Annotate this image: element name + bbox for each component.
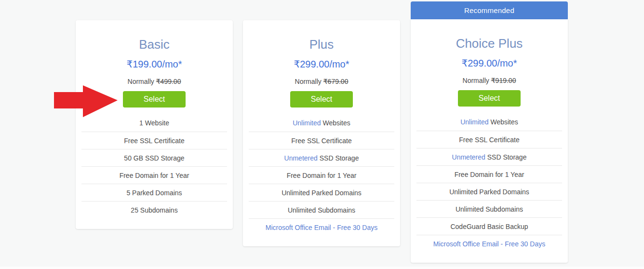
feature-item: Free SSL Certificate (416, 131, 562, 148)
plan-normal-price: Normally ₹679.00 (243, 78, 400, 85)
pricing-page: Basic ₹199.00/mo* Normally ₹499.00 Selec… (0, 0, 644, 269)
select-button-choice-plus[interactable]: Select (458, 90, 521, 107)
feature-item: Free SSL Certificate (81, 132, 227, 149)
select-button-basic[interactable]: Select (123, 91, 186, 108)
feature-text: Free Domain for 1 Year (455, 171, 524, 178)
feature-item: Unmetered SSD Storage (416, 148, 562, 165)
pricing-card-basic: Basic ₹199.00/mo* Normally ₹499.00 Selec… (76, 20, 233, 229)
feature-text-highlight: Unlimited (293, 119, 321, 127)
plan-price: ₹199.00/mo* (76, 59, 233, 69)
feature-item: Unlimited Parked Domains (416, 183, 562, 200)
plan-price: ₹299.00/mo* (243, 59, 400, 69)
normally-label: Normally (295, 78, 322, 85)
feature-text-highlight: Unmetered (452, 153, 485, 161)
feature-text: Free SSL Certificate (124, 137, 185, 145)
normally-amount-strikethrough: ₹499.00 (156, 78, 181, 85)
feature-text-highlight: Microsoft Office Email - Free 30 Days (433, 240, 545, 248)
feature-item: Free Domain for 1 Year (249, 166, 394, 184)
feature-item: Unlimited Subdomains (416, 200, 562, 217)
feature-item: Unlimited Parked Domains (249, 184, 394, 201)
feature-item: Unlimited Websites (416, 113, 562, 131)
feature-text: SSD Storage (318, 154, 359, 162)
plan-card-body: Plus ₹299.00/mo* Normally ₹679.00 Select… (243, 20, 400, 246)
feature-list: Unlimited WebsitesFree SSL CertificateUn… (416, 113, 562, 252)
feature-list: 1 WebsiteFree SSL Certificate50 GB SSD S… (81, 114, 227, 218)
feature-item: Unlimited Websites (249, 114, 394, 132)
plan-title: Choice Plus (411, 19, 568, 50)
feature-item: Unlimited Subdomains (249, 201, 394, 218)
feature-text: Websites (321, 119, 350, 127)
feature-item: Free Domain for 1 Year (416, 165, 562, 183)
feature-text: Free SSL Certificate (291, 137, 352, 145)
feature-item: Microsoft Office Email - Free 30 Days (249, 218, 394, 236)
pricing-card-choice-plus: Recommended Choice Plus ₹299.00/mo* Norm… (411, 1, 568, 263)
feature-item: 50 GB SSD Storage (81, 149, 227, 166)
feature-item: CodeGuard Basic Backup (416, 217, 562, 235)
feature-text-highlight: Microsoft Office Email - Free 30 Days (266, 224, 377, 231)
plan-normal-price: Normally ₹499.00 (76, 78, 233, 85)
feature-text: Websites (489, 118, 518, 126)
pricing-card-plus: Plus ₹299.00/mo* Normally ₹679.00 Select… (243, 20, 400, 246)
recommended-banner: Recommended (411, 1, 568, 19)
normally-label: Normally (128, 78, 154, 85)
feature-text: Free Domain for 1 Year (287, 172, 357, 179)
feature-text: Unlimited Subdomains (456, 205, 523, 213)
feature-text: Unlimited Subdomains (288, 206, 355, 214)
feature-list: Unlimited WebsitesFree SSL CertificateUn… (249, 114, 394, 236)
plan-card-body: Basic ₹199.00/mo* Normally ₹499.00 Selec… (76, 20, 233, 229)
feature-text: Free Domain for 1 Year (120, 172, 189, 179)
feature-text: 5 Parked Domains (126, 189, 182, 197)
feature-text: CodeGuard Basic Backup (450, 223, 528, 230)
feature-text: 25 Subdomains (131, 206, 177, 214)
plan-card-body: Choice Plus ₹299.00/mo* Normally ₹919.00… (411, 19, 568, 263)
feature-text: Unlimited Parked Domains (449, 188, 529, 196)
normally-amount-strikethrough: ₹919.00 (491, 77, 516, 84)
plan-normal-price: Normally ₹919.00 (411, 77, 568, 84)
normally-label: Normally (463, 77, 489, 84)
feature-text: 50 GB SSD Storage (124, 154, 184, 162)
plan-title: Plus (243, 20, 400, 51)
feature-item: Free SSL Certificate (249, 132, 394, 149)
select-button-plus[interactable]: Select (290, 91, 353, 108)
feature-item: 25 Subdomains (81, 201, 227, 218)
feature-text: Free SSL Certificate (459, 136, 520, 144)
plan-price: ₹299.00/mo* (411, 58, 568, 68)
feature-item: Free Domain for 1 Year (81, 166, 227, 184)
feature-text: 1 Website (139, 119, 169, 127)
normally-amount-strikethrough: ₹679.00 (323, 78, 349, 85)
feature-text: Unlimited Parked Domains (282, 189, 362, 197)
feature-text: SSD Storage (485, 153, 527, 161)
feature-item: 1 Website (81, 114, 227, 132)
feature-item: Unmetered SSD Storage (249, 149, 394, 166)
feature-item: 5 Parked Domains (81, 184, 227, 201)
feature-text-highlight: Unlimited (460, 118, 488, 126)
plan-title: Basic (76, 20, 233, 51)
feature-text-highlight: Unmetered (284, 154, 318, 162)
feature-item: Microsoft Office Email - Free 30 Days (416, 235, 562, 252)
page-bottom-strip (0, 267, 644, 269)
